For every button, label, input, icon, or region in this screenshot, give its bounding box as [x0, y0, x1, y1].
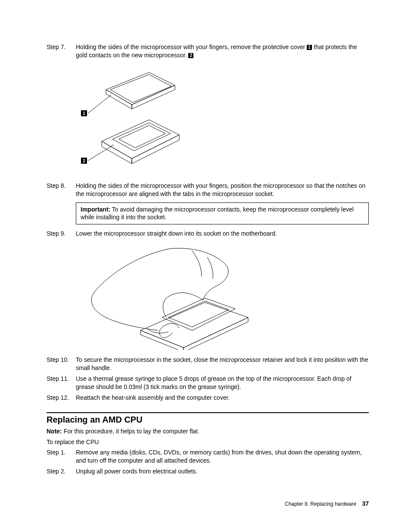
step-7: Step 7. Holding the sides of the micropr… [47, 43, 369, 59]
callout-2-inline: 2 [188, 53, 193, 58]
step-body: Unplug all power cords from electrical o… [76, 467, 369, 476]
step-label: Step 8. [47, 182, 76, 198]
step-list-b: Step 8. Holding the sides of the micropr… [47, 182, 369, 198]
step-label: Step 9. [47, 230, 76, 238]
step-label: Step 1. [47, 448, 76, 465]
step-label: Step 11. [47, 375, 76, 391]
note-para: Note: For this procedure, it helps to la… [47, 427, 369, 436]
step-11: Step 11. Use a thermal grease syringe to… [47, 375, 369, 391]
svg-marker-5 [102, 141, 132, 164]
step-body: To secure the microprocessor in the sock… [76, 356, 369, 372]
section-heading: Replacing an AMD CPU [47, 415, 369, 425]
page-footer: Chapter 8. Replacing hardware 37 [285, 500, 369, 507]
step-9: Step 9. Lower the microprocessor straigh… [47, 230, 369, 238]
svg-marker-3 [110, 75, 171, 103]
step-8: Step 8. Holding the sides of the micropr… [47, 182, 369, 198]
svg-marker-6 [132, 135, 179, 164]
step-list-e: Step 1. Remove any media (disks, CDs, DV… [47, 448, 369, 476]
svg-marker-14 [140, 330, 184, 350]
figure-lower-cpu [76, 242, 369, 350]
step-e1: Step 1. Remove any media (disks, CDs, DV… [47, 448, 369, 465]
svg-marker-4 [102, 120, 179, 159]
intro-para: To replace the CPU [47, 438, 369, 446]
svg-marker-15 [184, 317, 248, 350]
step-body: Holding the sides of the microprocessor … [76, 43, 369, 59]
step-e2: Step 2. Unplug all power cords from elec… [47, 467, 369, 476]
svg-line-10 [88, 145, 114, 161]
figure-cpu-cover-svg: 1 2 [76, 64, 188, 176]
figure-callout-1: 1 [83, 111, 85, 116]
important-text: To avoid damaging the microprocessor con… [81, 206, 354, 221]
svg-marker-16 [162, 298, 235, 330]
step-list-c: Step 9. Lower the microprocessor straigh… [47, 230, 369, 238]
svg-marker-7 [112, 123, 171, 151]
footer-page: 37 [362, 500, 369, 507]
step-body: Reattach the heat-sink assembly and the … [76, 394, 369, 402]
step-label: Step 12. [47, 394, 76, 402]
step-body: Lower the microprocessor straight down i… [76, 230, 369, 238]
step-label: Step 2. [47, 467, 76, 476]
svg-marker-2 [132, 85, 175, 109]
important-box: Important: To avoid damaging the micropr… [76, 202, 369, 225]
step-12: Step 12. Reattach the heat-sink assembly… [47, 394, 369, 402]
figure-callout-2: 2 [83, 159, 85, 163]
step-body: Use a thermal grease syringe to place 5 … [76, 375, 369, 391]
note-label: Note: [47, 428, 62, 435]
important-label: Important: [81, 206, 110, 213]
step-text-pre: Holding the sides of the microprocessor … [76, 44, 307, 50]
svg-marker-8 [119, 125, 165, 148]
figure-cpu-cover: 1 2 [76, 64, 369, 176]
note-text: For this procedure, it helps to lay the … [62, 428, 199, 435]
step-body: Holding the sides of the microprocessor … [76, 182, 369, 198]
step-body: Remove any media (disks, CDs, DVDs, or m… [76, 448, 369, 465]
step-label: Step 7. [47, 43, 76, 59]
step-list-d: Step 10. To secure the microprocessor in… [47, 356, 369, 401]
svg-line-9 [88, 95, 111, 113]
footer-chapter: Chapter 8. Replacing hardware [285, 501, 356, 507]
figure-lower-cpu-svg [76, 242, 257, 350]
step-list-a: Step 7. Holding the sides of the micropr… [47, 43, 369, 59]
callout-1-inline: 1 [307, 45, 312, 50]
section-rule [47, 412, 369, 413]
step-10: Step 10. To secure the microprocessor in… [47, 356, 369, 372]
step-label: Step 10. [47, 356, 76, 372]
svg-marker-1 [106, 90, 132, 109]
